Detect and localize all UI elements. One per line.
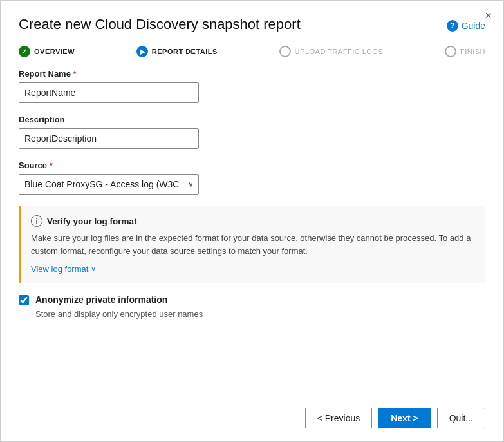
quit-button[interactable]: Quit... [437,408,485,428]
report-name-required: * [73,69,77,79]
view-log-chevron-icon: ∨ [91,265,96,273]
close-button[interactable]: × [485,10,492,21]
report-name-input[interactable] [19,82,199,103]
report-name-label: Report Name * [19,69,485,79]
dialog-header: Create new Cloud Discovery snapshot repo… [1,1,503,41]
anonymize-row: Anonymize private information [19,294,485,305]
steps-bar: ✓ OVERVIEW ▶ REPORT DETAILS UPLOAD TRAFF… [1,41,503,69]
form-body: Report Name * Description Source * Blue … [1,69,503,398]
step-finish-label: FINISH [460,48,485,55]
source-select-wrapper: Blue Coat ProxySG - Access log (W3C) Cis… [19,174,199,195]
description-input[interactable] [19,128,199,149]
step-upload-traffic-logs: UPLOAD TRAFFIC LOGS [279,46,384,57]
description-label: Description [19,115,485,124]
info-box-title: Verify your log format [47,216,137,226]
guide-label: Guide [462,21,485,31]
source-required: * [50,160,53,170]
step-report-details: ▶ REPORT DETAILS [136,46,218,57]
step-overview-label: OVERVIEW [34,48,75,55]
previous-button[interactable]: < Previous [305,408,373,428]
report-name-group: Report Name * [19,69,485,103]
dialog-title: Create new Cloud Discovery snapshot repo… [19,16,301,33]
source-label: Source * [19,160,485,170]
step-report-details-label: REPORT DETAILS [152,48,218,55]
step-finish-icon [445,46,456,57]
step-overview-icon: ✓ [19,46,30,57]
source-group: Source * Blue Coat ProxySG - Access log … [19,160,485,195]
step-upload-label: UPLOAD TRAFFIC LOGS [295,48,384,55]
description-group: Description [19,115,485,149]
dialog: × Create new Cloud Discovery snapshot re… [0,0,504,442]
view-log-label: View log format [31,264,88,274]
anonymize-description: Store and display only encrypted user na… [35,309,485,319]
guide-icon: ? [447,20,458,32]
info-circle-icon: i [31,215,42,227]
step-line-3 [388,52,440,52]
step-report-details-icon: ▶ [136,46,148,57]
info-box-header: i Verify your log format [31,215,475,227]
next-button[interactable]: Next > [378,408,430,428]
info-box-body: Make sure your log files are in the expe… [31,232,475,257]
info-box: i Verify your log format Make sure your … [19,206,485,283]
source-select[interactable]: Blue Coat ProxySG - Access log (W3C) Cis… [19,174,199,195]
step-line-1 [80,52,131,52]
anonymize-label: Anonymize private information [35,294,167,305]
step-upload-icon [279,46,291,57]
step-overview: ✓ OVERVIEW [19,46,75,57]
step-line-2 [223,52,274,52]
guide-link[interactable]: ? Guide [447,20,485,32]
step-finish: FINISH [445,46,485,57]
view-log-format-link[interactable]: View log format ∨ [31,264,96,274]
dialog-footer: < Previous Next > Quit... [1,398,503,441]
anonymize-checkbox[interactable] [19,295,29,305]
